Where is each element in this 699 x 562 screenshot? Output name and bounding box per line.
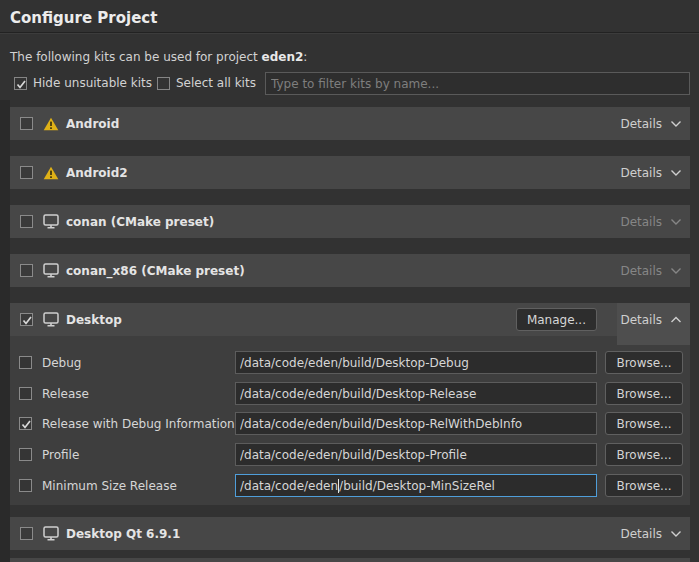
- details-label: Details: [620, 527, 662, 541]
- browse-button[interactable]: Browse...: [605, 443, 683, 466]
- kit-name: conan_x86 (CMake preset): [66, 264, 245, 278]
- kit-checkbox[interactable]: [20, 215, 33, 228]
- details-label: Details: [620, 215, 662, 229]
- chevron-down-icon: [670, 169, 682, 177]
- check-icon: [20, 418, 33, 431]
- build-config-row-relwithdebinfo: Release with Debug Information Browse...: [10, 412, 690, 435]
- checkbox-label: Hide unsuitable kits: [33, 76, 152, 90]
- build-config-row-release: Release Browse...: [10, 382, 690, 405]
- header-separator-highlight: [0, 33, 699, 34]
- checkbox-box[interactable]: [19, 356, 32, 369]
- kits-intro-text: The following kits can be used for proje…: [10, 50, 307, 64]
- details-button[interactable]: Details: [620, 156, 682, 189]
- kit-row-desktop-qt: Desktop Qt 6.9.1 Details: [10, 517, 690, 550]
- details-button[interactable]: Details: [620, 205, 682, 238]
- kit-row-conan-x86: conan_x86 (CMake preset) Details: [10, 254, 690, 287]
- desktop-icon: [42, 263, 59, 278]
- details-button[interactable]: Details: [620, 254, 682, 287]
- page-title: Configure Project: [10, 9, 157, 27]
- details-label: Details: [620, 264, 662, 278]
- build-config-label: Release with Debug Information: [42, 417, 235, 431]
- intro-text-after: :: [303, 50, 307, 64]
- desktop-icon: [42, 214, 59, 229]
- kit-checkbox[interactable]: [20, 166, 33, 179]
- browse-button[interactable]: Browse...: [605, 351, 683, 374]
- build-config-label: Profile: [42, 448, 79, 462]
- input-text-after-caret: /build/Desktop-MinSizeRel: [339, 479, 495, 493]
- build-dir-input-minsizerel[interactable]: /data/code/eden/build/Desktop-MinSizeRel: [235, 474, 597, 497]
- chevron-down-icon: [670, 218, 682, 226]
- build-config-checkbox-relwithdebinfo[interactable]: Release with Debug Information: [19, 412, 235, 435]
- browse-button[interactable]: Browse...: [605, 382, 683, 405]
- configure-project-page: Configure Project The following kits can…: [0, 0, 699, 562]
- build-dir-input-release[interactable]: [235, 382, 597, 405]
- checkbox-box[interactable]: [14, 77, 27, 90]
- details-label: Details: [620, 117, 662, 131]
- kit-name: Android2: [66, 166, 128, 180]
- kit-checkbox[interactable]: [20, 313, 33, 326]
- browse-button[interactable]: Browse...: [605, 474, 683, 497]
- build-config-label: Debug: [42, 356, 81, 370]
- checkbox-box[interactable]: [19, 448, 32, 461]
- checkbox-label: Select all kits: [176, 76, 256, 90]
- kit-row-android2: Android2 Details: [10, 156, 690, 189]
- warning-icon: [42, 166, 59, 180]
- details-label: Details: [620, 166, 662, 180]
- build-config-checkbox-debug[interactable]: Debug: [19, 351, 81, 374]
- build-config-label: Minimum Size Release: [42, 479, 177, 493]
- desktop-icon: [42, 312, 59, 327]
- next-kit-row-partial: [10, 558, 690, 562]
- build-config-label: Release: [42, 387, 89, 401]
- kit-name: Desktop Qt 6.9.1: [66, 527, 180, 541]
- kit-row-desktop: Desktop Manage... Details: [10, 303, 690, 336]
- chevron-down-icon: [670, 530, 682, 538]
- filter-input[interactable]: [265, 72, 690, 95]
- build-config-checkbox-profile[interactable]: Profile: [19, 443, 79, 466]
- chevron-up-icon: [670, 316, 682, 324]
- details-label: Details: [620, 313, 662, 327]
- input-text-before-caret: /data/code/eden: [240, 479, 338, 493]
- desktop-details-panel: Debug Browse... Release Browse... Releas…: [10, 336, 690, 505]
- chevron-down-icon: [670, 120, 682, 128]
- project-name: eden2: [262, 50, 304, 64]
- build-dir-input-profile[interactable]: [235, 443, 597, 466]
- kit-row-android: Android Details: [10, 107, 690, 140]
- kit-name: Desktop: [66, 313, 122, 327]
- details-button[interactable]: Details: [620, 517, 682, 550]
- details-button[interactable]: Details: [620, 303, 682, 336]
- build-config-row-minsizerel: Minimum Size Release /data/code/eden/bui…: [10, 474, 690, 497]
- kit-row-conan: conan (CMake preset) Details: [10, 205, 690, 238]
- details-button[interactable]: Details: [620, 107, 682, 140]
- build-config-checkbox-minsizerel[interactable]: Minimum Size Release: [19, 474, 177, 497]
- select-all-kits-checkbox[interactable]: Select all kits: [157, 76, 256, 90]
- hide-unsuitable-kits-checkbox[interactable]: Hide unsuitable kits: [14, 76, 152, 90]
- warning-icon: [42, 117, 59, 131]
- kit-checkbox[interactable]: [20, 527, 33, 540]
- chevron-down-icon: [670, 267, 682, 275]
- checkbox-box[interactable]: [19, 417, 32, 430]
- build-dir-input-relwithdebinfo[interactable]: [235, 412, 597, 435]
- manage-button[interactable]: Manage...: [516, 308, 597, 331]
- checkbox-box[interactable]: [19, 387, 32, 400]
- desktop-icon: [42, 526, 59, 541]
- checkbox-box[interactable]: [19, 479, 32, 492]
- kit-checkbox[interactable]: [20, 117, 33, 130]
- build-config-row-profile: Profile Browse...: [10, 443, 690, 466]
- intro-text-before: The following kits can be used for proje…: [10, 50, 262, 64]
- kit-checkbox[interactable]: [20, 264, 33, 277]
- build-dir-input-debug[interactable]: [235, 351, 597, 374]
- kit-name: conan (CMake preset): [66, 215, 214, 229]
- build-config-checkbox-release[interactable]: Release: [19, 382, 89, 405]
- check-icon: [15, 78, 28, 91]
- checkbox-box[interactable]: [157, 77, 170, 90]
- kit-name: Android: [66, 117, 119, 131]
- build-config-row-debug: Debug Browse...: [10, 351, 690, 374]
- check-icon: [21, 314, 34, 327]
- details-tab-expanded: Details: [617, 303, 690, 345]
- browse-button[interactable]: Browse...: [605, 412, 683, 435]
- left-margin-strip: [0, 100, 10, 562]
